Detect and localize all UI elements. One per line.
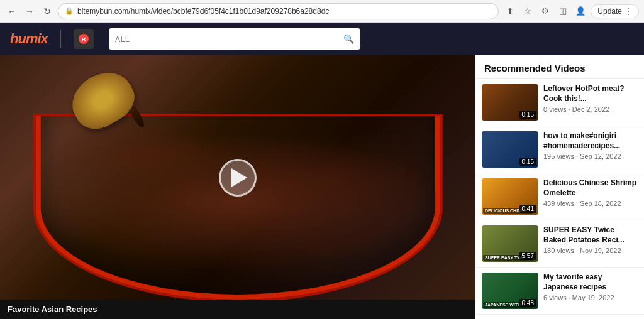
- sidebar-title: Recommended Videos: [475, 55, 644, 79]
- play-button[interactable]: [219, 159, 257, 197]
- extensions-icon[interactable]: ⚙: [538, 4, 553, 19]
- video-card[interactable]: SUPER EASY TWICE BAKED POTATOES 5:57 SUP…: [475, 220, 644, 268]
- forward-button[interactable]: →: [23, 4, 36, 18]
- video-info: SUPER EASY Twice Baked Potatoes Reci... …: [543, 225, 638, 262]
- video-card[interactable]: JAPANESE WITH EASE 0:48 My favorite easy…: [475, 268, 644, 315]
- video-card[interactable]: DELICIOUS CHINESE SHRIMP OMELETTE 0:41 D…: [475, 173, 644, 220]
- video-card-title: Delicious Chinese Shrimp Omelette: [543, 178, 638, 198]
- video-meta: 6 views · May 19, 2022: [543, 294, 638, 301]
- video-duration: 0:41: [519, 205, 536, 213]
- video-meta: 195 views · Sep 12, 2022: [543, 153, 638, 160]
- video-meta: 0 views · Dec 2, 2022: [543, 105, 638, 113]
- video-duration: 5:57: [519, 252, 536, 260]
- video-duration: 0:15: [519, 158, 536, 166]
- bowl-overlay: [36, 116, 440, 300]
- video-card[interactable]: PANEER 0:15 The EASIEST Fried Rice Recip…: [475, 315, 644, 319]
- browser-actions: ⬆ ☆ ⚙ ◫ 👤 Update ⋮: [502, 4, 639, 19]
- video-card-title: Leftover HotPot meat? Cook this!...: [543, 84, 638, 104]
- main-content: Favorite Asian Recipes Recommended Video…: [0, 55, 644, 319]
- search-icon[interactable]: 🔍: [343, 34, 354, 44]
- video-cards-container: 0:15 Leftover HotPot meat? Cook this!...…: [475, 79, 644, 319]
- video-card-title: how to make#onigiri #homemaderecipes...: [543, 131, 638, 151]
- video-player[interactable]: [0, 55, 475, 300]
- logo-divider: [60, 30, 61, 48]
- video-duration: 0:15: [519, 111, 536, 119]
- sidebar: Recommended Videos 0:15 Leftover HotPot …: [475, 55, 644, 319]
- video-section: Favorite Asian Recipes: [0, 55, 475, 319]
- profile-icon[interactable]: 👤: [573, 4, 588, 19]
- video-duration: 0:48: [519, 299, 536, 307]
- video-thumbnail: 0:15: [482, 84, 538, 121]
- url-text: bitemybun.com/humix/video/bcbfe79d6f05f4…: [77, 7, 329, 16]
- video-title: Favorite Asian Recipes: [8, 305, 97, 314]
- bookmark-icon[interactable]: ☆: [520, 4, 535, 19]
- video-thumbnail: 0:15: [482, 131, 538, 168]
- video-thumbnail: JAPANESE WITH EASE 0:48: [482, 273, 538, 309]
- update-button[interactable]: Update ⋮: [591, 4, 639, 18]
- back-button[interactable]: ←: [5, 4, 19, 18]
- partner-icon: B: [77, 33, 90, 45]
- video-info: Leftover HotPot meat? Cook this!... 0 vi…: [543, 84, 638, 121]
- browser-chrome: ← → ↻ 🔒 bitemybun.com/humix/video/bcbfe7…: [0, 0, 644, 23]
- share-icon[interactable]: ⬆: [502, 4, 518, 19]
- svg-text:B: B: [82, 36, 86, 43]
- video-meta: 180 views · Nov 19, 2022: [543, 247, 638, 254]
- video-card[interactable]: 0:15 Leftover HotPot meat? Cook this!...…: [475, 79, 644, 126]
- address-bar[interactable]: 🔒 bitemybun.com/humix/video/bcbfe79d6f05…: [58, 3, 499, 19]
- humix-logo[interactable]: humix: [10, 31, 48, 47]
- video-info: My favorite easy Japanese recipes 6 view…: [543, 273, 638, 309]
- tab-icon[interactable]: ◫: [555, 4, 570, 19]
- chevron-icon: ⋮: [625, 7, 632, 16]
- video-thumbnail: DELICIOUS CHINESE SHRIMP OMELETTE 0:41: [482, 178, 538, 215]
- video-card[interactable]: 0:15 how to make#onigiri #homemaderecipe…: [475, 126, 644, 173]
- search-input[interactable]: [115, 35, 338, 44]
- video-card-title: SUPER EASY Twice Baked Potatoes Reci...: [543, 225, 638, 245]
- partner-logo: B: [74, 29, 94, 49]
- refresh-button[interactable]: ↻: [40, 4, 54, 18]
- video-info: how to make#onigiri #homemaderecipes... …: [543, 131, 638, 168]
- search-bar[interactable]: 🔍: [109, 28, 360, 50]
- video-info: Delicious Chinese Shrimp Omelette 439 vi…: [543, 178, 638, 215]
- video-thumbnail: SUPER EASY TWICE BAKED POTATOES 5:57: [482, 225, 538, 262]
- lock-icon: 🔒: [65, 7, 74, 15]
- site-header: humix B 🔍: [0, 23, 644, 55]
- video-card-title: My favorite easy Japanese recipes: [543, 273, 638, 292]
- video-meta: 439 views · Sep 18, 2022: [543, 200, 638, 207]
- video-title-bar: Favorite Asian Recipes: [0, 300, 475, 319]
